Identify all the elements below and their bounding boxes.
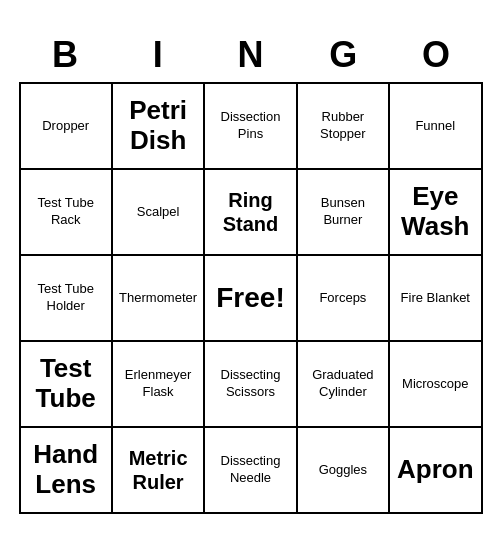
cell-label: Dropper [42, 118, 89, 135]
cell-label: Test Tube Rack [25, 195, 107, 229]
bingo-header: BINGO [19, 30, 483, 80]
bingo-cell[interactable]: Test Tube Rack [21, 170, 113, 256]
bingo-cell[interactable]: Microscope [390, 342, 482, 428]
bingo-cell[interactable]: Funnel [390, 84, 482, 170]
bingo-grid: DropperPetri DishDissection PinsRubber S… [19, 82, 483, 514]
bingo-cell[interactable]: Apron [390, 428, 482, 514]
cell-label: Metric Ruler [117, 446, 199, 494]
bingo-cell[interactable]: Dissecting Needle [205, 428, 297, 514]
cell-label: Rubber Stopper [302, 109, 384, 143]
bingo-cell[interactable]: Thermometer [113, 256, 205, 342]
cell-label: Test Tube [25, 354, 107, 414]
bingo-cell[interactable]: Dropper [21, 84, 113, 170]
header-letter: N [204, 30, 297, 80]
bingo-card: BINGO DropperPetri DishDissection PinsRu… [11, 22, 491, 522]
cell-label: Funnel [415, 118, 455, 135]
bingo-cell[interactable]: Fire Blanket [390, 256, 482, 342]
bingo-cell[interactable]: Erlenmeyer Flask [113, 342, 205, 428]
bingo-cell[interactable]: Hand Lens [21, 428, 113, 514]
cell-label: Eye Wash [394, 182, 476, 242]
bingo-cell[interactable]: Graduated Cylinder [298, 342, 390, 428]
header-letter: B [19, 30, 112, 80]
bingo-cell[interactable]: Scalpel [113, 170, 205, 256]
cell-label: Dissection Pins [209, 109, 291, 143]
bingo-cell[interactable]: Ring Stand [205, 170, 297, 256]
header-letter: O [390, 30, 483, 80]
bingo-cell[interactable]: Forceps [298, 256, 390, 342]
cell-label: Hand Lens [25, 440, 107, 500]
bingo-cell[interactable]: Metric Ruler [113, 428, 205, 514]
cell-label: Goggles [319, 462, 367, 479]
cell-label: Thermometer [119, 290, 197, 307]
cell-label: Scalpel [137, 204, 180, 221]
bingo-cell[interactable]: Bunsen Burner [298, 170, 390, 256]
header-letter: G [297, 30, 390, 80]
bingo-cell[interactable]: Eye Wash [390, 170, 482, 256]
bingo-cell[interactable]: Dissecting Scissors [205, 342, 297, 428]
cell-label: Microscope [402, 376, 468, 393]
bingo-cell[interactable]: Free! [205, 256, 297, 342]
cell-label: Apron [397, 455, 474, 485]
cell-label: Dissecting Needle [209, 453, 291, 487]
cell-label: Erlenmeyer Flask [117, 367, 199, 401]
cell-label: Forceps [319, 290, 366, 307]
cell-label: Free! [216, 280, 284, 316]
bingo-cell[interactable]: Test Tube [21, 342, 113, 428]
cell-label: Graduated Cylinder [302, 367, 384, 401]
cell-label: Ring Stand [209, 188, 291, 236]
cell-label: Petri Dish [117, 96, 199, 156]
bingo-cell[interactable]: Goggles [298, 428, 390, 514]
bingo-cell[interactable]: Test Tube Holder [21, 256, 113, 342]
cell-label: Test Tube Holder [25, 281, 107, 315]
cell-label: Fire Blanket [401, 290, 470, 307]
cell-label: Bunsen Burner [302, 195, 384, 229]
cell-label: Dissecting Scissors [209, 367, 291, 401]
bingo-cell[interactable]: Petri Dish [113, 84, 205, 170]
bingo-cell[interactable]: Rubber Stopper [298, 84, 390, 170]
header-letter: I [111, 30, 204, 80]
bingo-cell[interactable]: Dissection Pins [205, 84, 297, 170]
